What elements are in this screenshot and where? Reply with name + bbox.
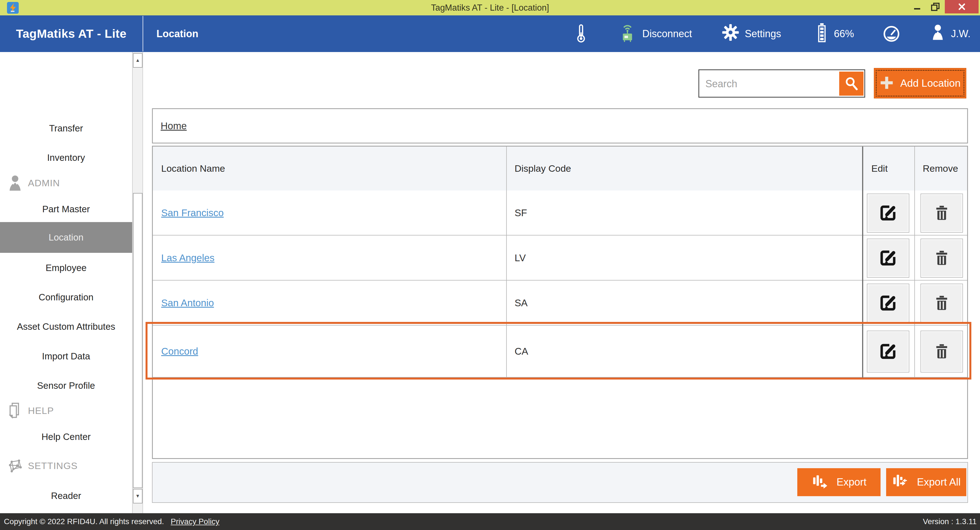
privacy-policy-link[interactable]: Privacy Policy — [171, 517, 219, 526]
sidebar-item-label: Asset Custom Attributes — [17, 321, 115, 332]
sidebar-item-configuration[interactable]: Configuration — [0, 283, 132, 312]
app-footer: Copyright © 2022 RFID4U. All rights rese… — [0, 513, 980, 530]
user-icon — [930, 24, 945, 44]
battery-indicator: 66% — [817, 15, 854, 52]
export-all-label: Export All — [917, 476, 961, 488]
trash-icon — [933, 204, 950, 222]
export-all-button[interactable]: Export All — [886, 468, 966, 496]
sidebar-item-settings[interactable]: SETTINGS — [0, 451, 132, 480]
sidebar-item-asset-custom-attributes[interactable]: Asset Custom Attributes — [0, 312, 132, 341]
edit-button[interactable] — [867, 239, 909, 278]
display-code-cell: SF — [515, 190, 527, 235]
restore-button[interactable] — [928, 0, 943, 13]
export-label: Export — [837, 476, 867, 488]
sidebar-item-part-master[interactable]: Part Master — [0, 195, 132, 224]
sidebar-item-employee[interactable]: Employee — [0, 254, 132, 283]
sidebar-item-inventory[interactable]: Inventory — [0, 143, 132, 172]
edit-icon — [878, 248, 898, 268]
sidebar-item-help[interactable]: HELP — [0, 396, 132, 425]
export-bar: Export Export All — [152, 462, 968, 503]
sidebar-item-reader[interactable]: Reader — [0, 481, 132, 511]
trash-icon — [933, 343, 950, 361]
page-title: Location — [156, 15, 198, 52]
sidebar-item-label: Transfer — [49, 123, 83, 134]
breadcrumb-home-link[interactable]: Home — [161, 109, 187, 143]
sidebar-item-label: Part Master — [42, 204, 90, 214]
close-button[interactable] — [945, 0, 978, 13]
trash-icon — [933, 249, 950, 267]
location-table: Location Name Display Code Edit Remove S… — [152, 146, 968, 459]
export-icon — [811, 473, 828, 492]
sidebar-item-label: Location — [49, 232, 84, 243]
export-all-icon — [892, 473, 908, 492]
gauge-icon[interactable] — [883, 25, 900, 44]
copyright-text: Copyright © 2022 RFID4U. All rights rese… — [4, 517, 164, 526]
edit-icon — [878, 342, 898, 362]
edit-button[interactable] — [867, 284, 909, 323]
table-row: Las AngelesLV — [153, 236, 967, 281]
sidebar-item-admin[interactable]: ADMIN — [0, 168, 132, 198]
pages-icon — [7, 402, 24, 419]
admin-user-icon — [7, 174, 24, 191]
sidebar-item-label: Reader — [51, 490, 81, 501]
remove-button[interactable] — [921, 193, 963, 233]
battery-icon — [817, 22, 827, 45]
export-button[interactable]: Export — [797, 468, 881, 496]
cube-icon — [7, 457, 24, 474]
scroll-up-button[interactable]: ▲ — [133, 53, 143, 68]
search-icon — [844, 75, 859, 92]
edit-button[interactable] — [867, 330, 909, 372]
column-divider — [862, 147, 863, 378]
display-code-cell: LV — [515, 236, 526, 280]
table-row: ConcordCA — [153, 326, 967, 378]
scroll-down-button[interactable]: ▼ — [133, 489, 143, 503]
sidebar-item-label: Help Center — [41, 431, 91, 442]
window-title: TagMatiks AT - Lite - [Location] — [0, 0, 980, 15]
settings-label: Settings — [745, 28, 781, 40]
minimize-button[interactable] — [909, 0, 925, 13]
sidebar-item-label: Inventory — [47, 152, 85, 163]
remove-button[interactable] — [921, 284, 963, 323]
remove-button[interactable] — [921, 330, 963, 372]
display-code-cell: SA — [515, 281, 528, 325]
column-header-location-name: Location Name — [161, 147, 225, 190]
settings-button[interactable]: Settings — [722, 15, 781, 52]
edit-icon — [878, 293, 898, 313]
sidebar-item-label: Configuration — [38, 292, 93, 303]
window-titlebar: TagMatiks AT - Lite - [Location] — [0, 0, 980, 15]
location-name-link[interactable]: San Francisco — [161, 190, 224, 235]
add-location-button[interactable]: Add Location — [874, 68, 966, 99]
gear-icon — [722, 24, 739, 44]
sidebar: TransferInventoryADMINPart MasterLocatio… — [0, 52, 132, 513]
battery-label: 66% — [834, 28, 854, 40]
edit-icon — [878, 203, 898, 223]
disconnect-button[interactable]: Disconnect — [619, 15, 692, 52]
thermometer-icon[interactable] — [574, 24, 588, 44]
sidebar-section-label: ADMIN — [28, 168, 60, 198]
sidebar-section-label: HELP — [28, 396, 54, 425]
user-menu[interactable]: J.W. — [930, 15, 970, 52]
app-logo: TagMatiks AT - Lite — [0, 15, 143, 52]
column-divider — [506, 147, 507, 378]
location-name-link[interactable]: Las Angeles — [161, 236, 215, 280]
sidebar-item-help-center[interactable]: Help Center — [0, 422, 132, 452]
search-input[interactable] — [705, 71, 834, 96]
sidebar-item-label: Sensor Profile — [37, 380, 95, 391]
edit-button[interactable] — [867, 193, 909, 233]
breadcrumb: Home — [152, 108, 968, 144]
column-header-edit: Edit — [871, 147, 888, 190]
table-row: San FranciscoSF — [153, 190, 967, 236]
trash-icon — [933, 294, 950, 313]
sidebar-item-transfer[interactable]: Transfer — [0, 114, 132, 143]
location-name-link[interactable]: Concord — [161, 326, 198, 377]
location-name-link[interactable]: San Antonio — [161, 281, 214, 325]
version-text: Version : 1.3.11 — [923, 513, 977, 530]
sidebar-item-import-data[interactable]: Import Data — [0, 342, 132, 371]
remove-button[interactable] — [921, 239, 963, 278]
sidebar-scrollbar-thumb[interactable] — [133, 193, 143, 488]
search-button[interactable] — [839, 72, 864, 96]
column-divider — [914, 147, 915, 378]
sidebar-section-label: SETTINGS — [28, 451, 78, 480]
display-code-cell: CA — [515, 326, 528, 377]
sidebar-item-location[interactable]: Location — [0, 222, 132, 253]
